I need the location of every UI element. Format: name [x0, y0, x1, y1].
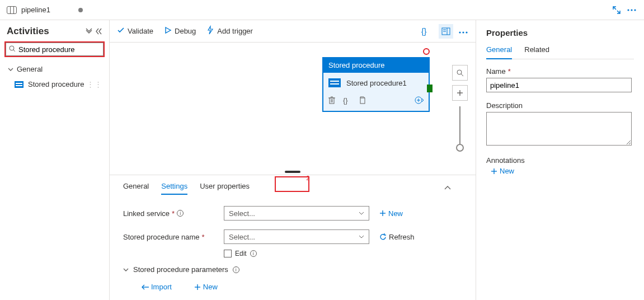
zoom-in-button[interactable]: [452, 85, 468, 101]
activity-group-label: General: [17, 65, 43, 73]
linked-service-select[interactable]: Select...: [224, 206, 369, 221]
pipeline-canvas[interactable]: Stored procedure Stored procedure1 {}: [110, 43, 476, 169]
new-linked-service-button[interactable]: New: [379, 209, 403, 218]
canvas-zoom-controls: [452, 65, 468, 149]
name-label: Name: [486, 67, 506, 76]
import-label: Import: [151, 283, 172, 291]
trigger-icon: [207, 26, 214, 36]
stored-procedure-select[interactable]: Select...: [224, 229, 369, 244]
svg-line-4: [13, 50, 15, 51]
svg-line-24: [461, 74, 463, 76]
info-icon[interactable]: i: [250, 250, 257, 257]
chevron-down-icon: [8, 67, 13, 72]
drag-handle-icon[interactable]: ⋮⋮: [87, 80, 102, 88]
add-output-icon[interactable]: [415, 96, 424, 106]
activities-heading: Activities: [7, 26, 49, 37]
info-icon[interactable]: i: [233, 266, 239, 273]
copy-icon[interactable]: [359, 96, 365, 106]
properties-heading: Properties: [486, 28, 634, 38]
add-trigger-button[interactable]: Add trigger: [207, 26, 253, 36]
new-label: New: [203, 283, 218, 291]
chevron-down-icon: [359, 212, 364, 215]
svg-point-1: [631, 9, 632, 11]
required-indicator: *: [202, 233, 205, 241]
tab-user-properties[interactable]: User properties: [200, 180, 250, 195]
linked-service-label: Linked service: [123, 209, 170, 218]
plus-icon: [194, 284, 201, 290]
required-indicator: *: [172, 209, 175, 218]
expand-icon[interactable]: [613, 6, 621, 14]
svg-rect-19: [360, 98, 365, 104]
zoom-slider[interactable]: [459, 106, 460, 149]
svg-text:{}: {}: [421, 27, 427, 36]
edit-checkbox[interactable]: [224, 250, 232, 257]
validate-label: Validate: [128, 27, 153, 35]
new-parameter-button[interactable]: New: [194, 283, 218, 291]
activity-settings-panel: General Settings User properties 2 Linke…: [110, 175, 476, 300]
collapse-panel-icon[interactable]: [444, 183, 462, 191]
pipeline-name-input[interactable]: [486, 78, 632, 92]
svg-rect-13: [330, 98, 334, 104]
node-header: Stored procedure: [323, 58, 429, 73]
chevron-down-icon: [359, 235, 364, 238]
debug-button[interactable]: Debug: [164, 27, 196, 35]
svg-point-12: [466, 31, 467, 33]
top-bar: pipeline1: [0, 0, 644, 20]
play-icon: [164, 27, 171, 35]
zoom-fit-button[interactable]: [452, 65, 468, 81]
more-icon[interactable]: [627, 9, 636, 11]
collapse-groups-icon[interactable]: [86, 27, 92, 36]
svg-point-10: [459, 31, 460, 33]
svg-text:{}: {}: [343, 96, 348, 105]
pipeline-title: pipeline1: [21, 6, 50, 14]
validate-button[interactable]: Validate: [117, 27, 153, 35]
activity-item-label: Stored procedure: [28, 80, 84, 88]
tab-settings[interactable]: Settings: [161, 180, 187, 195]
required-indicator: *: [508, 67, 511, 76]
description-label: Description: [486, 101, 523, 110]
refresh-icon: [379, 233, 387, 241]
stored-procedure-parameters-toggle[interactable]: Stored procedure parameters i: [123, 265, 462, 274]
delete-icon[interactable]: [328, 96, 335, 106]
properties-tab-related[interactable]: Related: [524, 45, 549, 59]
plus-icon: [491, 168, 497, 175]
select-placeholder: Select...: [229, 233, 255, 241]
activity-search-input[interactable]: [6, 43, 104, 56]
zoom-slider-thumb[interactable]: [456, 144, 464, 152]
validation-status-icon: [423, 48, 430, 55]
properties-pane: Properties General Related Name * Descri…: [476, 20, 644, 300]
unsaved-indicator-icon: [78, 8, 83, 12]
select-placeholder: Select...: [229, 209, 255, 218]
svg-point-23: [457, 70, 462, 74]
code-view-button[interactable]: {}: [419, 24, 433, 39]
grip-icon: [285, 171, 300, 173]
panel-resize-handle[interactable]: [110, 169, 476, 175]
activity-node-stored-procedure[interactable]: Stored procedure Stored procedure1 {}: [322, 57, 430, 112]
search-icon: [9, 45, 16, 54]
code-icon[interactable]: {}: [343, 97, 351, 105]
refresh-label: Refresh: [389, 233, 415, 241]
properties-pane-toggle[interactable]: [439, 24, 453, 39]
activity-item-stored-procedure[interactable]: Stored procedure ⋮⋮: [4, 77, 105, 92]
refresh-button[interactable]: Refresh: [379, 233, 415, 241]
more-icon[interactable]: [459, 27, 468, 35]
add-trigger-label: Add trigger: [217, 27, 253, 35]
new-label: New: [388, 209, 403, 218]
pipeline-toolbar: Validate Debug Add trigger {}: [110, 20, 476, 43]
new-annotation-button[interactable]: New: [491, 167, 514, 175]
stored-procedure-icon: [328, 78, 341, 87]
sp-params-label: Stored procedure parameters: [133, 265, 228, 274]
pipeline-description-input[interactable]: [486, 112, 632, 146]
activity-group-general[interactable]: General: [4, 62, 105, 77]
tab-general[interactable]: General: [123, 180, 149, 195]
stored-procedure-name-label: Stored procedure name: [123, 233, 200, 241]
success-connector-handle[interactable]: [427, 85, 433, 92]
svg-point-2: [634, 9, 636, 11]
collapse-sidebar-icon[interactable]: [96, 27, 102, 36]
edit-label: Edit: [235, 250, 247, 257]
activities-sidebar: Activities General Stored procedure ⋮⋮: [0, 20, 110, 300]
editor-center: Validate Debug Add trigger {} Stored pro…: [110, 20, 476, 300]
properties-tab-general[interactable]: General: [486, 45, 512, 59]
info-icon[interactable]: i: [177, 210, 184, 217]
import-button[interactable]: Import: [141, 283, 172, 291]
